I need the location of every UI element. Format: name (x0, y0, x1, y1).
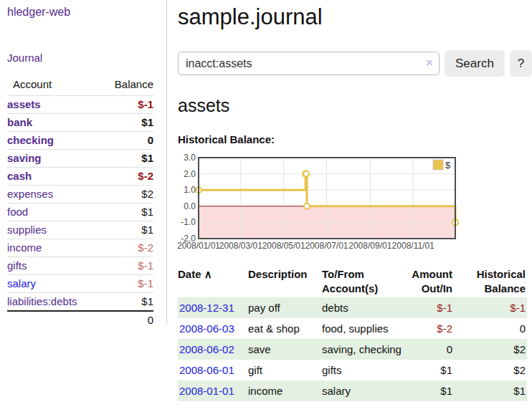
account-link-cash[interactable]: cash (7, 170, 32, 182)
transaction-date-link[interactable]: 2008-12-31 (179, 302, 234, 314)
account-link-assets[interactable]: assets (7, 98, 41, 110)
account-row: liabilities:debts $1 (7, 293, 153, 312)
sidebar-item-journal[interactable]: Journal (7, 52, 153, 64)
account-balance: $2 (97, 186, 153, 203)
search-input-wrap: × (178, 52, 440, 75)
x-tick-label: 2008/05/01 (262, 241, 305, 251)
balance-col-header: Balance (97, 78, 153, 96)
transaction-date-link[interactable]: 2008-06-02 (179, 343, 234, 355)
account-link-saving[interactable]: saving (7, 152, 42, 164)
transaction-row: 2008-06-01 gift gifts $1 $2 (178, 360, 527, 380)
legend-label: $ (445, 160, 451, 171)
y-tick-label: -1.0 (181, 217, 196, 227)
account-row: expenses $2 (7, 186, 153, 203)
transaction-accounts: gifts (322, 360, 402, 380)
search-row: × Search ? (178, 50, 532, 77)
data-point-marker (304, 203, 310, 209)
transaction-description: save (248, 339, 322, 360)
account-row: gifts $-1 (7, 257, 153, 275)
account-row: assets $-1 (7, 96, 153, 114)
x-tick-label: 2008/09/01 (348, 241, 391, 251)
chart-box: $3.02.01.00.0-1.0-2.02008/01/012008/03/0… (178, 153, 532, 254)
transaction-accounts: debts (322, 297, 402, 318)
x-tick-label: 2008/07/01 (305, 241, 348, 251)
x-tick-label: 2008/11/01 (392, 241, 434, 251)
account-balance: 0 (97, 132, 153, 150)
transaction-amount: $1 (402, 360, 454, 380)
clear-search-icon[interactable]: × (426, 56, 433, 70)
x-tick-label: 2008/03/01 (219, 241, 262, 251)
account-balance: $1 (97, 114, 153, 132)
transaction-amount: 0 (402, 339, 454, 360)
header-date[interactable]: Date ∧ (178, 266, 248, 297)
account-heading: assets (178, 95, 532, 116)
accounts-total-row: 0 (7, 311, 153, 329)
transaction-balance: $-1 (454, 297, 527, 318)
accounts-table: Account Balance assets $-1 bank $1 check… (7, 78, 153, 329)
account-link-checking[interactable]: checking (7, 134, 54, 146)
x-tick-label: 2008/01/01 (177, 241, 220, 251)
main-content: sample.journal × Search ? assets Histori… (178, 0, 532, 401)
account-link-salary[interactable]: salary (7, 277, 36, 289)
account-row: salary $-1 (7, 275, 153, 293)
account-balance: $1 (97, 293, 153, 312)
transaction-balance: $2 (454, 360, 527, 380)
account-row: saving $1 (7, 150, 153, 168)
y-tick-label: 3.0 (184, 153, 196, 163)
account-link-food[interactable]: food (7, 206, 28, 218)
transaction-date-link[interactable]: 2008-01-01 (179, 385, 234, 397)
register-header-row: Date ∧ Description To/From Account(s) Am… (178, 266, 527, 297)
header-amount: Amount Out/In (402, 266, 454, 297)
account-link-supplies[interactable]: supplies (7, 224, 47, 236)
account-balance: $1 (97, 150, 153, 168)
accounts-col-header: Account (7, 78, 97, 96)
transaction-accounts: salary (322, 380, 402, 401)
transaction-description: gift (248, 360, 322, 380)
transaction-row: 2008-12-31 pay off debts $-1 $-1 (178, 297, 527, 318)
transaction-description: pay off (248, 297, 322, 318)
chart-title: Historical Balance: (178, 133, 532, 145)
accounts-table-header: Account Balance (7, 78, 153, 96)
account-link-gifts[interactable]: gifts (7, 259, 27, 272)
app-title-link[interactable]: hledger-web (7, 6, 70, 19)
account-link-bank[interactable]: bank (7, 116, 32, 128)
transaction-balance: $1 (454, 380, 527, 401)
account-balance: $-1 (97, 275, 153, 293)
sort-ascending-icon: ∧ (204, 268, 212, 280)
help-button[interactable]: ? (510, 50, 532, 77)
transaction-balance: $2 (454, 339, 527, 360)
account-row: food $1 (7, 203, 153, 221)
account-row: checking 0 (7, 132, 153, 150)
header-description: Description (248, 266, 322, 297)
page-title: sample.journal (178, 4, 532, 30)
search-button[interactable]: Search (445, 50, 505, 77)
balance-chart[interactable]: $3.02.01.00.0-1.0-2.02008/01/012008/03/0… (178, 153, 532, 254)
search-input[interactable] (178, 52, 440, 75)
account-link-income[interactable]: income (7, 241, 42, 254)
account-balance: $-1 (97, 96, 153, 114)
register-table: Date ∧ Description To/From Account(s) Am… (178, 266, 527, 401)
header-accounts: To/From Account(s) (322, 266, 402, 297)
sidebar: hledger-web Journal Account Balance asse… (0, 0, 167, 324)
transaction-amount: $-1 (402, 297, 454, 318)
account-balance: $-1 (97, 257, 153, 275)
account-link-expenses[interactable]: expenses (7, 188, 53, 200)
y-tick-label: 0.0 (184, 201, 196, 211)
header-balance: Historical Balance (454, 266, 527, 297)
account-balance: $1 (97, 221, 153, 239)
account-row: income $-2 (7, 239, 153, 257)
transaction-date-link[interactable]: 2008-06-03 (179, 322, 234, 335)
transaction-row: 2008-01-01 income salary $1 $1 (178, 380, 527, 401)
y-tick-label: 1.0 (184, 185, 196, 195)
transaction-balance: 0 (454, 318, 527, 339)
data-point-marker (303, 171, 309, 177)
transaction-row: 2008-06-03 eat & shop food, supplies $-2… (178, 318, 527, 339)
account-link-liabilities-debts[interactable]: liabilities:debts (7, 295, 77, 307)
y-tick-label: 2.0 (184, 169, 196, 179)
transaction-description: eat & shop (248, 318, 322, 339)
account-balance: $-2 (97, 239, 153, 257)
transaction-amount: $-2 (402, 318, 454, 339)
legend-swatch (433, 160, 443, 170)
transaction-date-link[interactable]: 2008-06-01 (179, 364, 234, 376)
transaction-amount: $1 (402, 380, 454, 401)
